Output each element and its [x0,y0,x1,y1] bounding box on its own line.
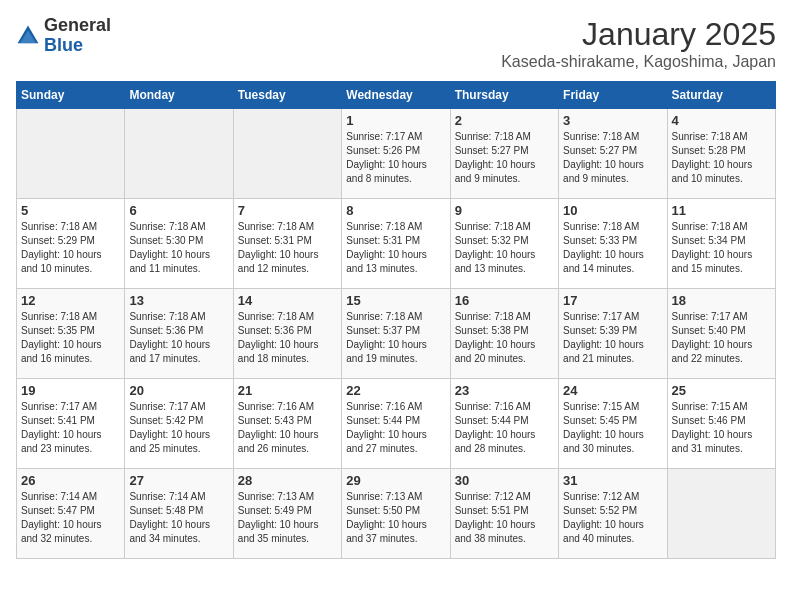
day-number: 14 [238,293,337,308]
day-info: Sunrise: 7:13 AM Sunset: 5:49 PM Dayligh… [238,490,337,546]
day-number: 8 [346,203,445,218]
day-info: Sunrise: 7:18 AM Sunset: 5:29 PM Dayligh… [21,220,120,276]
day-number: 25 [672,383,771,398]
calendar-subtitle: Kaseda-shirakame, Kagoshima, Japan [501,53,776,71]
day-cell: 21Sunrise: 7:16 AM Sunset: 5:43 PM Dayli… [233,379,341,469]
calendar-header: SundayMondayTuesdayWednesdayThursdayFrid… [17,82,776,109]
day-cell: 22Sunrise: 7:16 AM Sunset: 5:44 PM Dayli… [342,379,450,469]
day-info: Sunrise: 7:15 AM Sunset: 5:46 PM Dayligh… [672,400,771,456]
day-info: Sunrise: 7:18 AM Sunset: 5:36 PM Dayligh… [238,310,337,366]
day-header-wednesday: Wednesday [342,82,450,109]
day-info: Sunrise: 7:18 AM Sunset: 5:35 PM Dayligh… [21,310,120,366]
day-number: 1 [346,113,445,128]
day-info: Sunrise: 7:18 AM Sunset: 5:28 PM Dayligh… [672,130,771,186]
calendar-body: 1Sunrise: 7:17 AM Sunset: 5:26 PM Daylig… [17,109,776,559]
day-number: 12 [21,293,120,308]
day-cell: 26Sunrise: 7:14 AM Sunset: 5:47 PM Dayli… [17,469,125,559]
day-cell: 31Sunrise: 7:12 AM Sunset: 5:52 PM Dayli… [559,469,667,559]
day-cell: 2Sunrise: 7:18 AM Sunset: 5:27 PM Daylig… [450,109,558,199]
day-info: Sunrise: 7:18 AM Sunset: 5:32 PM Dayligh… [455,220,554,276]
day-header-saturday: Saturday [667,82,775,109]
day-cell [667,469,775,559]
day-number: 13 [129,293,228,308]
day-cell: 5Sunrise: 7:18 AM Sunset: 5:29 PM Daylig… [17,199,125,289]
day-number: 29 [346,473,445,488]
day-number: 6 [129,203,228,218]
day-number: 4 [672,113,771,128]
day-info: Sunrise: 7:16 AM Sunset: 5:43 PM Dayligh… [238,400,337,456]
day-number: 9 [455,203,554,218]
day-cell: 17Sunrise: 7:17 AM Sunset: 5:39 PM Dayli… [559,289,667,379]
day-info: Sunrise: 7:18 AM Sunset: 5:34 PM Dayligh… [672,220,771,276]
day-info: Sunrise: 7:17 AM Sunset: 5:41 PM Dayligh… [21,400,120,456]
day-number: 27 [129,473,228,488]
day-header-sunday: Sunday [17,82,125,109]
day-cell: 18Sunrise: 7:17 AM Sunset: 5:40 PM Dayli… [667,289,775,379]
day-info: Sunrise: 7:13 AM Sunset: 5:50 PM Dayligh… [346,490,445,546]
day-number: 23 [455,383,554,398]
day-number: 7 [238,203,337,218]
day-cell: 19Sunrise: 7:17 AM Sunset: 5:41 PM Dayli… [17,379,125,469]
day-cell: 11Sunrise: 7:18 AM Sunset: 5:34 PM Dayli… [667,199,775,289]
day-info: Sunrise: 7:17 AM Sunset: 5:42 PM Dayligh… [129,400,228,456]
day-info: Sunrise: 7:18 AM Sunset: 5:33 PM Dayligh… [563,220,662,276]
day-number: 21 [238,383,337,398]
day-number: 5 [21,203,120,218]
day-info: Sunrise: 7:16 AM Sunset: 5:44 PM Dayligh… [346,400,445,456]
day-number: 15 [346,293,445,308]
day-cell [17,109,125,199]
calendar-title: January 2025 [501,16,776,53]
day-number: 28 [238,473,337,488]
day-cell: 27Sunrise: 7:14 AM Sunset: 5:48 PM Dayli… [125,469,233,559]
day-header-friday: Friday [559,82,667,109]
day-number: 16 [455,293,554,308]
day-info: Sunrise: 7:17 AM Sunset: 5:39 PM Dayligh… [563,310,662,366]
title-block: January 2025 Kaseda-shirakame, Kagoshima… [501,16,776,71]
calendar-table: SundayMondayTuesdayWednesdayThursdayFrid… [16,81,776,559]
logo-icon [16,24,40,48]
day-cell: 9Sunrise: 7:18 AM Sunset: 5:32 PM Daylig… [450,199,558,289]
day-cell: 24Sunrise: 7:15 AM Sunset: 5:45 PM Dayli… [559,379,667,469]
day-number: 11 [672,203,771,218]
logo: General Blue [16,16,111,56]
day-info: Sunrise: 7:15 AM Sunset: 5:45 PM Dayligh… [563,400,662,456]
day-header-tuesday: Tuesday [233,82,341,109]
day-cell: 4Sunrise: 7:18 AM Sunset: 5:28 PM Daylig… [667,109,775,199]
day-info: Sunrise: 7:12 AM Sunset: 5:52 PM Dayligh… [563,490,662,546]
day-cell: 25Sunrise: 7:15 AM Sunset: 5:46 PM Dayli… [667,379,775,469]
day-cell: 6Sunrise: 7:18 AM Sunset: 5:30 PM Daylig… [125,199,233,289]
week-row-3: 19Sunrise: 7:17 AM Sunset: 5:41 PM Dayli… [17,379,776,469]
day-cell: 10Sunrise: 7:18 AM Sunset: 5:33 PM Dayli… [559,199,667,289]
day-info: Sunrise: 7:18 AM Sunset: 5:27 PM Dayligh… [563,130,662,186]
day-cell: 7Sunrise: 7:18 AM Sunset: 5:31 PM Daylig… [233,199,341,289]
day-info: Sunrise: 7:14 AM Sunset: 5:48 PM Dayligh… [129,490,228,546]
day-cell: 8Sunrise: 7:18 AM Sunset: 5:31 PM Daylig… [342,199,450,289]
logo-blue-text: Blue [44,35,83,55]
day-number: 31 [563,473,662,488]
day-info: Sunrise: 7:18 AM Sunset: 5:37 PM Dayligh… [346,310,445,366]
day-info: Sunrise: 7:17 AM Sunset: 5:26 PM Dayligh… [346,130,445,186]
day-number: 18 [672,293,771,308]
day-cell: 15Sunrise: 7:18 AM Sunset: 5:37 PM Dayli… [342,289,450,379]
day-info: Sunrise: 7:18 AM Sunset: 5:31 PM Dayligh… [346,220,445,276]
day-cell: 20Sunrise: 7:17 AM Sunset: 5:42 PM Dayli… [125,379,233,469]
day-number: 17 [563,293,662,308]
day-info: Sunrise: 7:18 AM Sunset: 5:38 PM Dayligh… [455,310,554,366]
day-number: 22 [346,383,445,398]
day-cell: 1Sunrise: 7:17 AM Sunset: 5:26 PM Daylig… [342,109,450,199]
week-row-2: 12Sunrise: 7:18 AM Sunset: 5:35 PM Dayli… [17,289,776,379]
day-number: 19 [21,383,120,398]
day-cell: 13Sunrise: 7:18 AM Sunset: 5:36 PM Dayli… [125,289,233,379]
day-number: 20 [129,383,228,398]
day-cell: 12Sunrise: 7:18 AM Sunset: 5:35 PM Dayli… [17,289,125,379]
day-cell: 14Sunrise: 7:18 AM Sunset: 5:36 PM Dayli… [233,289,341,379]
week-row-4: 26Sunrise: 7:14 AM Sunset: 5:47 PM Dayli… [17,469,776,559]
day-number: 10 [563,203,662,218]
day-cell: 30Sunrise: 7:12 AM Sunset: 5:51 PM Dayli… [450,469,558,559]
day-header-monday: Monday [125,82,233,109]
day-number: 2 [455,113,554,128]
day-cell: 3Sunrise: 7:18 AM Sunset: 5:27 PM Daylig… [559,109,667,199]
day-info: Sunrise: 7:12 AM Sunset: 5:51 PM Dayligh… [455,490,554,546]
day-info: Sunrise: 7:18 AM Sunset: 5:36 PM Dayligh… [129,310,228,366]
week-row-1: 5Sunrise: 7:18 AM Sunset: 5:29 PM Daylig… [17,199,776,289]
